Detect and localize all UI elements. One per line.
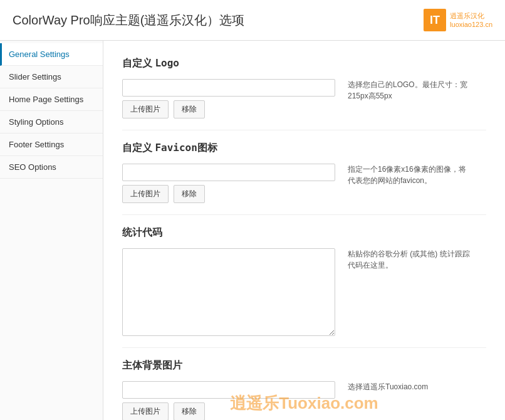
- favicon-upload-button[interactable]: 上传图片: [122, 185, 169, 203]
- stats-section: 统计代码 粘贴你的谷歌分析 (或其他) 统计跟踪代码在这里。: [122, 226, 486, 336]
- stats-input-col: [122, 248, 335, 336]
- bg-section-title: 主体背景图片: [122, 359, 486, 372]
- stats-section-title: 统计代码: [122, 226, 486, 239]
- sidebar-item-footer[interactable]: Footer Settings: [0, 134, 103, 156]
- favicon-remove-button[interactable]: 移除: [174, 185, 205, 203]
- favicon-input-col: 上传图片 移除: [122, 164, 335, 203]
- brand-url: luoxiao123.cn: [450, 20, 492, 29]
- sidebar-item-styling[interactable]: Styling Options: [0, 111, 103, 134]
- brand-icon: IT: [424, 9, 446, 31]
- bg-help-text: 选择逍遥乐Tuoxiao.com: [348, 381, 428, 392]
- bg-input-col: 上传图片 移除: [122, 381, 335, 420]
- page-header: ColorWay Pro响应主题(逍遥乐汉化）选项 IT 逍遥乐汉化 luoxi…: [0, 0, 505, 41]
- bg-remove-button[interactable]: 移除: [174, 402, 205, 420]
- divider-1: [122, 130, 486, 130]
- bg-btn-row: 上传图片 移除: [122, 402, 335, 420]
- sidebar-item-general[interactable]: General Settings: [0, 43, 103, 66]
- brand-text: 逍遥乐汉化 luoxiao123.cn: [450, 11, 492, 29]
- favicon-section-title: 自定义 Favicon图标: [122, 142, 486, 155]
- favicon-help-text: 指定一个16像素x16像素的图像，将代表您的网站的favicon。: [348, 164, 473, 186]
- logo-field-row: 上传图片 移除 选择您自己的LOGO。最佳尺寸：宽215px高55px: [122, 79, 486, 118]
- logo-btn-row: 上传图片 移除: [122, 100, 335, 118]
- favicon-url-input[interactable]: [122, 164, 335, 181]
- favicon-section: 自定义 Favicon图标 上传图片 移除 指定一个16像素x16像素的图像，将…: [122, 142, 486, 203]
- sidebar-item-homepage[interactable]: Home Page Settings: [0, 88, 103, 111]
- logo-upload-button[interactable]: 上传图片: [122, 100, 169, 118]
- bg-url-input[interactable]: [122, 381, 335, 399]
- main-layout: General Settings Slider Settings Home Pa…: [0, 41, 505, 420]
- bg-upload-button[interactable]: 上传图片: [122, 402, 169, 420]
- logo-help-text: 选择您自己的LOGO。最佳尺寸：宽215px高55px: [348, 79, 473, 102]
- logo-section-title: 自定义 Logo: [122, 57, 486, 70]
- divider-2: [122, 214, 486, 215]
- logo-section: 自定义 Logo 上传图片 移除 选择您自己的LOGO。最佳尺寸：宽215px高…: [122, 57, 486, 118]
- stats-textarea[interactable]: [122, 248, 335, 336]
- logo-input-col: 上传图片 移除: [122, 79, 335, 118]
- stats-help-text: 粘贴你的谷歌分析 (或其他) 统计跟踪代码在这里。: [348, 248, 473, 271]
- favicon-btn-row: 上传图片 移除: [122, 185, 335, 203]
- brand-logo: IT 逍遥乐汉化 luoxiao123.cn: [424, 9, 492, 31]
- divider-3: [122, 347, 486, 348]
- sidebar-item-seo[interactable]: SEO Options: [0, 156, 103, 179]
- stats-field-row: 粘贴你的谷歌分析 (或其他) 统计跟踪代码在这里。: [122, 248, 486, 336]
- logo-url-input[interactable]: [122, 79, 335, 97]
- sidebar-item-slider[interactable]: Slider Settings: [0, 66, 103, 88]
- brand-name: 逍遥乐汉化: [450, 11, 492, 20]
- bg-section: 主体背景图片 上传图片 移除 选择逍遥乐Tuoxiao.com 逍遥乐Tuoxi…: [122, 359, 486, 420]
- favicon-field-row: 上传图片 移除 指定一个16像素x16像素的图像，将代表您的网站的favicon…: [122, 164, 486, 203]
- sidebar: General Settings Slider Settings Home Pa…: [0, 41, 103, 420]
- page-title: ColorWay Pro响应主题(逍遥乐汉化）选项: [13, 12, 244, 29]
- bg-field-row: 上传图片 移除 选择逍遥乐Tuoxiao.com: [122, 381, 486, 420]
- content-area: 自定义 Logo 上传图片 移除 选择您自己的LOGO。最佳尺寸：宽215px高…: [103, 41, 505, 420]
- logo-remove-button[interactable]: 移除: [174, 100, 205, 118]
